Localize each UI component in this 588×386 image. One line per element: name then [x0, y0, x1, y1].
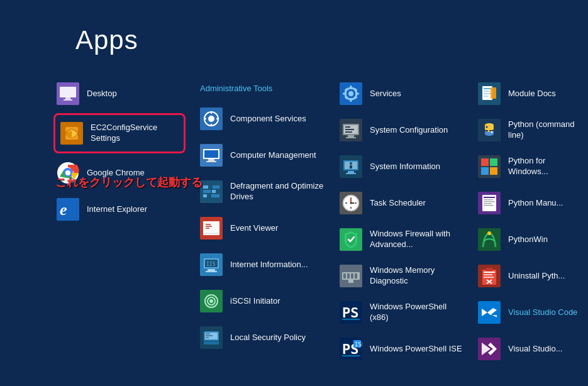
win-firewall-icon — [338, 227, 363, 252]
svg-text:PS: PS — [342, 305, 359, 321]
app-python-win[interactable]: Python for Windows... — [472, 148, 588, 185]
defragment-icon — [199, 179, 224, 204]
app-iscsi[interactable]: iSCSI Initiator — [194, 283, 329, 319]
app-win-firewall[interactable]: Windows Firewall with Advanced... — [333, 221, 469, 258]
svg-rect-3 — [64, 99, 72, 101]
win-memory-icon — [338, 263, 363, 289]
svg-rect-100 — [351, 273, 353, 278]
svg-rect-31 — [203, 194, 207, 197]
svg-rect-114 — [484, 91, 490, 92]
ps-x86-icon: PS — [338, 300, 363, 325]
python-cmd-icon — [477, 118, 502, 143]
computer-management-icon — [199, 143, 224, 168]
app-uninstall-python[interactable]: Uninstall Pyth... — [472, 258, 588, 294]
svg-text:ISE: ISE — [355, 341, 362, 348]
svg-point-94 — [350, 202, 352, 204]
app-defragment[interactable]: Defragment and Optimize Drives — [194, 174, 329, 210]
event-viewer-label: Event Viewer — [230, 223, 278, 234]
app-event-viewer[interactable]: Event Viewer — [194, 210, 329, 246]
svg-rect-139 — [484, 277, 494, 278]
svg-point-18 — [208, 116, 214, 122]
page-title: Apps — [75, 25, 138, 55]
app-ec2config[interactable]: EC2ConfigService Settings — [55, 115, 184, 152]
services-label: Services — [370, 89, 401, 99]
svg-rect-46 — [206, 271, 217, 272]
win-firewall-label: Windows Firewall with Advanced... — [370, 229, 463, 250]
svg-rect-33 — [212, 190, 216, 193]
svg-rect-117 — [491, 87, 496, 99]
component-services-icon — [199, 106, 224, 131]
services-icon — [338, 81, 363, 106]
svg-rect-74 — [345, 129, 354, 130]
svg-rect-131 — [484, 203, 492, 204]
ps-ise-icon: PS ISE — [338, 336, 363, 361]
svg-rect-65 — [355, 93, 359, 95]
app-win-memory[interactable]: Windows Memory Diagnostic — [333, 258, 469, 294]
svg-rect-129 — [484, 199, 493, 201]
svg-rect-102 — [348, 280, 353, 283]
svg-point-61 — [348, 91, 353, 96]
vscode-icon — [477, 300, 502, 325]
app-visual-studio[interactable]: Visual Studio... — [472, 331, 588, 367]
svg-rect-1 — [60, 87, 76, 97]
component-services-label: Component Services — [230, 114, 306, 124]
svg-rect-64 — [343, 93, 347, 95]
app-system-info[interactable]: System Information — [333, 148, 469, 185]
app-pythonwin[interactable]: PythonWin — [472, 221, 588, 258]
svg-rect-45 — [208, 269, 215, 271]
app-python-manual[interactable]: Python Manu... — [472, 185, 588, 221]
app-ie[interactable]: e Internet Explorer — [50, 191, 189, 228]
app-ps-x86[interactable]: PS Windows PowerShell (x86) — [333, 294, 469, 331]
svg-rect-73 — [345, 126, 350, 128]
app-services[interactable]: Services — [333, 75, 469, 112]
svg-rect-113 — [484, 88, 491, 89]
admin-tools-header: Administrative Tools — [194, 75, 329, 101]
app-module-docs[interactable]: Module Docs — [472, 75, 588, 112]
ps-x86-label: Windows PowerShell (x86) — [370, 302, 463, 323]
annotation: これをクリックして起動する — [55, 175, 202, 190]
svg-rect-83 — [348, 171, 354, 173]
app-desktop[interactable]: Desktop — [50, 75, 189, 112]
svg-rect-130 — [484, 201, 495, 202]
svg-rect-137 — [484, 272, 495, 273]
pythonwin-icon — [477, 227, 502, 252]
app-computer-management[interactable]: Computer Management — [194, 137, 329, 174]
computer-management-label: Computer Management — [230, 150, 316, 161]
svg-rect-82 — [350, 165, 352, 168]
app-vscode[interactable]: Visual Studio Code — [472, 294, 588, 331]
ec2-label: EC2ConfigService Settings — [91, 123, 180, 144]
system-info-label: System Information — [370, 162, 440, 172]
svg-rect-98 — [343, 273, 346, 278]
svg-rect-124 — [481, 167, 489, 175]
app-ps-ise[interactable]: PS ISE Windows PowerShell ISE — [333, 331, 469, 367]
app-iis[interactable]: IIS Internet Information... — [194, 246, 329, 283]
ps-ise-label: Windows PowerShell ISE — [370, 344, 462, 355]
svg-rect-125 — [490, 167, 497, 175]
svg-rect-27 — [206, 161, 216, 162]
app-python-cmd[interactable]: Python (command line) — [472, 112, 588, 148]
svg-rect-26 — [208, 159, 214, 161]
python-manual-icon — [477, 190, 502, 216]
svg-rect-116 — [484, 96, 489, 97]
svg-rect-32 — [213, 185, 219, 189]
svg-rect-25 — [204, 150, 218, 158]
iis-label: Internet Information... — [230, 260, 308, 270]
event-viewer-icon — [199, 216, 224, 241]
uninstall-python-icon — [477, 263, 502, 289]
app-task-scheduler[interactable]: Task Scheduler — [333, 185, 469, 221]
vscode-label: Visual Studio Code — [508, 307, 577, 318]
svg-rect-34 — [211, 194, 219, 197]
module-docs-label: Module Docs — [508, 89, 556, 99]
app-component-services[interactable]: Component Services — [194, 101, 329, 137]
pythonwin-label: PythonWin — [508, 234, 548, 245]
module-docs-icon — [477, 81, 502, 106]
task-scheduler-label: Task Scheduler — [370, 198, 426, 209]
python-win-icon — [477, 154, 502, 179]
python-win-label: Python for Windows... — [508, 156, 583, 177]
visual-studio-label: Visual Studio... — [508, 344, 562, 355]
defragment-label: Defragment and Optimize Drives — [230, 181, 324, 202]
svg-point-51 — [209, 299, 213, 303]
svg-rect-63 — [350, 98, 352, 102]
app-system-config[interactable]: System Configuration — [333, 112, 469, 148]
app-local-security[interactable]: Local Security Policy — [194, 319, 329, 356]
